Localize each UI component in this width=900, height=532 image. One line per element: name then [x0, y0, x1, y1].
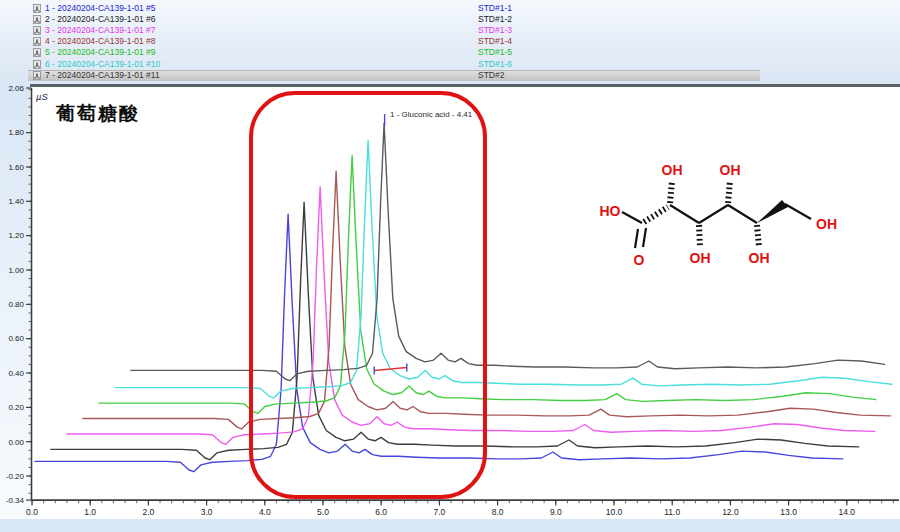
y-tick-label: 0.00 [8, 438, 24, 447]
oh-atom-label: OH [816, 216, 837, 232]
y-tick-label: 2.06 [8, 86, 24, 93]
y-axis-unit-label: µS [36, 91, 48, 102]
gluconic-acid-structure: HO OH OH O OH OH OH [588, 155, 858, 280]
legend-row-injection-7[interactable]: 7 - 20240204-CA139-1-01 #11STD#2 [0, 70, 900, 81]
x-tick-label: 0.0 [26, 507, 38, 517]
oh-atom-label: OH [749, 250, 770, 266]
legend-row-injection-1[interactable]: 1 - 20240204-CA139-1-01 #5STD#1-1 [0, 3, 900, 14]
y-tick-label: 0.60 [8, 334, 24, 343]
y-tick-label: 1.40 [8, 197, 24, 206]
injection-name: 3 - 20240204-CA139-1-01 #7 [45, 25, 156, 36]
injection-std-id: STD#1-1 [478, 3, 512, 14]
chromatogram-file-icon [33, 71, 41, 80]
y-tick-label: 0.80 [8, 300, 24, 309]
ho-atom-label: HO [600, 203, 621, 219]
chromatogram-file-icon [33, 26, 41, 35]
oh-atom-label: OH [720, 162, 741, 178]
x-tick-label: 10.0 [606, 507, 623, 517]
chromatogram-plot-area[interactable]: 2.061.801.601.401.201.000.800.600.400.20… [0, 86, 900, 532]
oh-atom-label: OH [690, 250, 711, 266]
x-tick-label: 1.0 [84, 507, 96, 517]
injection-std-id: STD#2 [478, 70, 504, 81]
injection-std-id: STD#1-2 [478, 14, 512, 25]
injection-name: 2 - 20240204-CA139-1-01 #6 [45, 14, 156, 25]
injection-std-id: STD#1-5 [478, 47, 512, 58]
x-tick-label: 6.0 [375, 507, 387, 517]
legend-row-injection-3[interactable]: 3 - 20240204-CA139-1-01 #7STD#1-3 [0, 25, 900, 36]
y-tick-label: 1.20 [8, 231, 24, 240]
chromatogram-file-icon [33, 48, 41, 57]
analyte-chinese-label: 葡萄糖酸 [56, 101, 140, 127]
x-tick-label: 13.0 [780, 507, 797, 517]
x-tick-label: 8.0 [492, 507, 504, 517]
chromatogram-file-icon [33, 60, 41, 69]
chromatogram-file-icon [33, 4, 41, 13]
chromatogram-file-icon [33, 37, 41, 46]
x-tick-label: 9.0 [550, 507, 562, 517]
y-tick-label: -0.34 [6, 496, 25, 505]
x-tick-label: 5.0 [317, 507, 329, 517]
injection-std-id: STD#1-3 [478, 25, 512, 36]
x-tick-label: 4.0 [259, 507, 271, 517]
x-tick-label: 12.0 [722, 507, 739, 517]
y-tick-label: -0.20 [6, 472, 25, 481]
injection-name: 4 - 20240204-CA139-1-01 #8 [45, 36, 156, 47]
y-tick-label: 1.60 [8, 163, 24, 172]
injection-std-id: STD#1-6 [478, 59, 512, 70]
y-tick-label: 0.40 [8, 369, 24, 378]
legend-row-injection-5[interactable]: 5 - 20240204-CA139-1-01 #9STD#1-5 [0, 47, 900, 58]
injection-name: 7 - 20240204-CA139-1-01 #11 [45, 70, 160, 81]
x-tick-label: 7.0 [433, 507, 445, 517]
injection-name: 1 - 20240204-CA139-1-01 #5 [45, 3, 156, 14]
chromatography-workspace: 1 - 20240204-CA139-1-01 #5STD#1-12 - 202… [0, 0, 900, 532]
oh-atom-label: OH [662, 162, 683, 178]
carbonyl-o-atom-label: O [634, 252, 645, 268]
x-tick-label: 14.0 [839, 507, 856, 517]
y-tick-label: 0.20 [8, 403, 24, 412]
y-tick-label: 1.80 [8, 128, 24, 137]
injection-legend-panel: 1 - 20240204-CA139-1-01 #5STD#1-12 - 202… [0, 0, 900, 87]
injection-std-id: STD#1-4 [478, 36, 512, 47]
chromatogram-file-icon [33, 15, 41, 24]
peak-annotation-label: 1 - Gluconic acid - 4.41 [390, 110, 472, 119]
x-tick-label: 3.0 [201, 507, 213, 517]
x-tick-label: 2.0 [142, 507, 154, 517]
legend-row-injection-2[interactable]: 2 - 20240204-CA139-1-01 #6STD#1-2 [0, 14, 900, 25]
injection-name: 6 - 20240204-CA139-1-01 #10 [45, 59, 160, 70]
y-tick-label: 1.00 [8, 266, 24, 275]
injection-name: 5 - 20240204-CA139-1-01 #9 [45, 47, 156, 58]
x-tick-label: 11.0 [664, 507, 680, 517]
legend-row-injection-6[interactable]: 6 - 20240204-CA139-1-01 #10STD#1-6 [0, 59, 900, 70]
wedge-bond [757, 200, 788, 223]
legend-row-injection-4[interactable]: 4 - 20240204-CA139-1-01 #8STD#1-4 [0, 36, 900, 47]
